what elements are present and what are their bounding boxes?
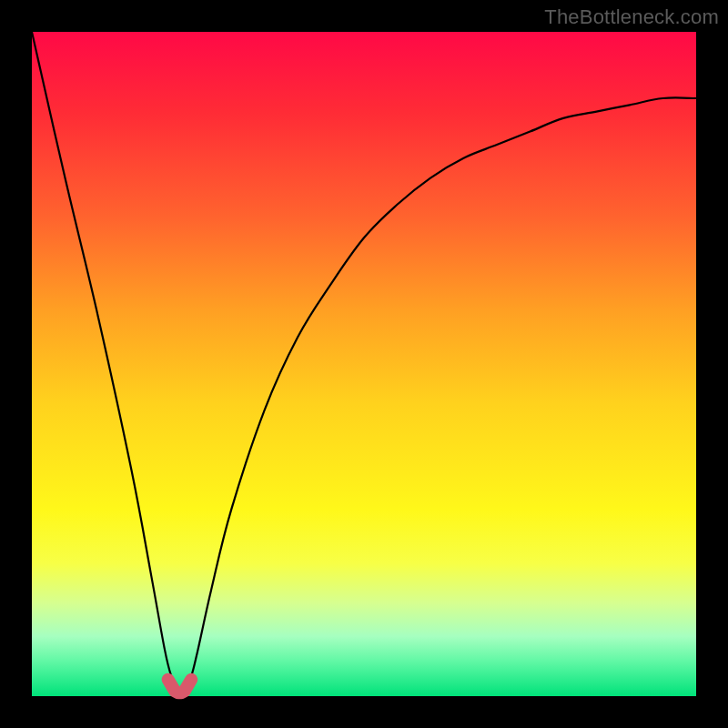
attribution-text: TheBottleneck.com bbox=[544, 5, 719, 29]
chart-frame: TheBottleneck.com bbox=[0, 0, 728, 728]
plot-background bbox=[32, 32, 696, 696]
bottleneck-chart bbox=[0, 0, 728, 728]
